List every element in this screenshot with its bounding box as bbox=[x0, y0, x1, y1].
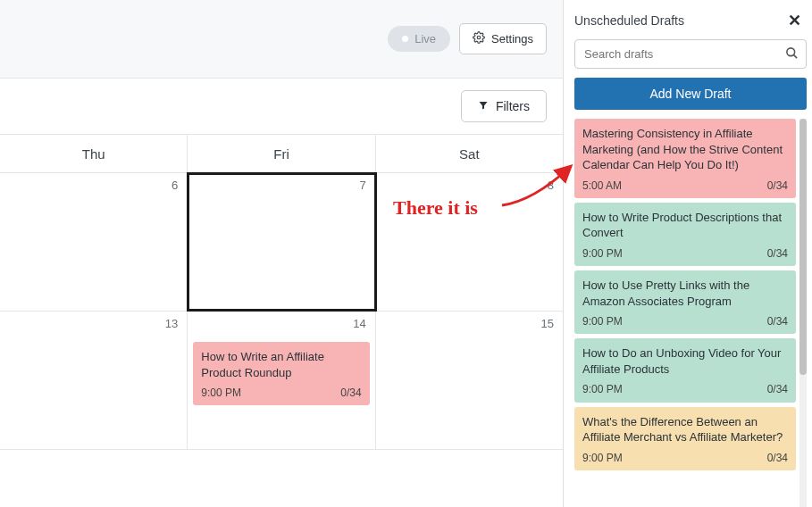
calendar-header-fri: Fri bbox=[188, 135, 375, 172]
draft-title: How to Use Pretty Links with the Amazon … bbox=[582, 278, 788, 309]
sidebar-title: Unscheduled Drafts bbox=[574, 13, 684, 28]
calendar: Thu Fri Sat 6 7 8 13 14 bbox=[0, 134, 563, 507]
draft-progress: 0/34 bbox=[767, 246, 788, 261]
draft-progress: 0/34 bbox=[767, 179, 788, 193]
scrollbar[interactable] bbox=[799, 119, 807, 507]
draft-title: How to Write Product Descriptions that C… bbox=[582, 210, 788, 241]
draft-item[interactable]: How to Write Product Descriptions that C… bbox=[574, 203, 796, 266]
event-progress: 0/34 bbox=[340, 386, 361, 400]
calendar-header-row: Thu Fri Sat bbox=[0, 134, 563, 173]
calendar-cell[interactable]: 13 bbox=[0, 312, 188, 449]
live-dot-icon bbox=[402, 36, 408, 42]
day-number: 13 bbox=[165, 317, 178, 330]
close-icon[interactable]: ✕ bbox=[788, 11, 801, 30]
scheduled-event[interactable]: How to Write an Affiliate Product Roundu… bbox=[193, 342, 369, 405]
calendar-header-thu: Thu bbox=[0, 135, 188, 172]
draft-title: How to Do an Unboxing Video for Your Aff… bbox=[582, 345, 788, 377]
calendar-cell[interactable]: 14 How to Write an Affiliate Product Rou… bbox=[188, 312, 375, 449]
event-time: 9:00 PM bbox=[201, 386, 241, 400]
gear-icon bbox=[473, 31, 485, 46]
calendar-row: 6 7 8 bbox=[0, 173, 563, 312]
draft-time: 9:00 PM bbox=[582, 382, 623, 396]
draft-item[interactable]: Mastering Consistency in Affiliate Marke… bbox=[574, 119, 796, 198]
draft-list[interactable]: Mastering Consistency in Affiliate Marke… bbox=[574, 119, 798, 507]
live-label: Live bbox=[414, 32, 436, 46]
draft-title: What's the Difference Between an Affilia… bbox=[582, 414, 788, 445]
day-number: 8 bbox=[548, 179, 554, 192]
draft-time: 9:00 PM bbox=[582, 314, 623, 328]
day-number: 6 bbox=[172, 179, 178, 192]
calendar-cell[interactable]: 15 bbox=[376, 312, 563, 449]
day-number: 15 bbox=[541, 317, 554, 330]
draft-item[interactable]: How to Use Pretty Links with the Amazon … bbox=[574, 270, 796, 334]
draft-progress: 0/34 bbox=[767, 382, 788, 396]
svg-point-2 bbox=[787, 48, 795, 56]
search-icon[interactable] bbox=[785, 46, 799, 62]
draft-time: 5:00 AM bbox=[582, 179, 622, 193]
calendar-cell[interactable]: 6 bbox=[0, 173, 188, 311]
settings-button[interactable]: Settings bbox=[459, 23, 547, 54]
draft-progress: 0/34 bbox=[767, 314, 788, 328]
calendar-cell-selected[interactable]: 7 bbox=[188, 173, 375, 311]
draft-item[interactable]: How to Do an Unboxing Video for Your Aff… bbox=[574, 338, 796, 402]
search-input[interactable] bbox=[574, 39, 807, 69]
filters-row: Filters bbox=[0, 79, 563, 134]
draft-time: 9:00 PM bbox=[582, 451, 623, 465]
live-toggle[interactable]: Live bbox=[388, 26, 450, 52]
filters-button[interactable]: Filters bbox=[461, 90, 547, 122]
calendar-row: 13 14 How to Write an Affiliate Product … bbox=[0, 312, 563, 450]
svg-point-0 bbox=[477, 36, 481, 39]
add-new-draft-button[interactable]: Add New Draft bbox=[574, 78, 807, 110]
draft-title: Mastering Consistency in Affiliate Marke… bbox=[582, 126, 788, 173]
calendar-header-sat: Sat bbox=[376, 135, 563, 172]
calendar-cell[interactable]: 8 bbox=[376, 173, 563, 311]
filter-icon bbox=[478, 99, 489, 113]
day-number: 14 bbox=[353, 317, 365, 330]
drafts-sidebar: Unscheduled Drafts ✕ Add New Draft Maste… bbox=[564, 0, 812, 507]
draft-time: 9:00 PM bbox=[582, 246, 623, 261]
draft-progress: 0/34 bbox=[767, 451, 788, 465]
draft-item[interactable]: What's the Difference Between an Affilia… bbox=[574, 407, 796, 470]
topbar: Live Settings bbox=[0, 0, 563, 79]
event-title: How to Write an Affiliate Product Roundu… bbox=[201, 349, 361, 380]
svg-line-3 bbox=[793, 54, 797, 58]
scroll-thumb[interactable] bbox=[799, 119, 807, 375]
filters-label: Filters bbox=[496, 99, 530, 113]
settings-label: Settings bbox=[491, 32, 533, 46]
day-number: 7 bbox=[359, 179, 365, 192]
